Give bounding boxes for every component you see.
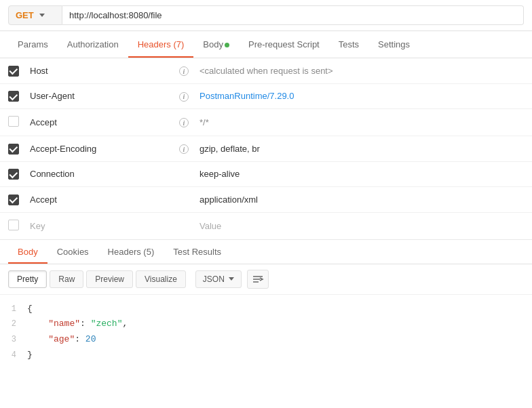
response-area: Pretty Raw Preview Visualize JSON 1 { 2 … [0, 264, 532, 370]
table-row: KeyValue [0, 212, 532, 239]
info-icon[interactable]: i [179, 144, 189, 154]
info-cell: i [174, 58, 194, 83]
checkbox-cell[interactable] [0, 187, 24, 213]
header-checkbox[interactable] [8, 169, 19, 180]
header-checkbox[interactable] [8, 116, 19, 127]
code-content-3: "age": 20 [27, 333, 532, 347]
format-select[interactable]: JSON [195, 270, 242, 288]
preview-btn[interactable]: Preview [86, 270, 133, 288]
header-checkbox[interactable] [8, 195, 19, 205]
info-cell: i [174, 136, 194, 162]
method-label: GET [16, 10, 34, 20]
visualize-btn[interactable]: Visualize [136, 270, 186, 288]
checkbox-cell[interactable] [0, 212, 24, 239]
table-row: Hosti<calculated when request is sent> [0, 58, 532, 83]
info-cell [174, 212, 194, 239]
info-icon[interactable]: i [179, 92, 189, 102]
headers-section: Hosti<calculated when request is sent>Us… [0, 58, 532, 240]
code-content-4: } [27, 348, 532, 363]
header-value: PostmanRuntime/7.29.0 [194, 83, 532, 109]
chevron-down-icon [39, 14, 45, 17]
header-key: Host [24, 58, 174, 83]
format-chevron-icon [229, 277, 234, 281]
format-label: JSON [203, 274, 225, 284]
header-key: Accept [24, 187, 174, 213]
info-cell: i [174, 109, 194, 136]
header-key: Key [24, 212, 174, 239]
wrap-btn[interactable] [247, 270, 269, 289]
code-area: 1 { 2 "name": "zech", 3 "age": 20 4 } [0, 295, 532, 370]
info-cell: i [174, 83, 194, 109]
pretty-btn[interactable]: Pretty [8, 270, 47, 288]
header-value: application/xml [194, 187, 532, 213]
url-bar: GET [0, 0, 532, 31]
headers-table: Hosti<calculated when request is sent>Us… [0, 58, 532, 239]
response-tab-test-results[interactable]: Test Results [164, 240, 231, 264]
code-line-1: 1 { [0, 302, 532, 317]
header-checkbox[interactable] [8, 91, 19, 102]
checkbox-cell[interactable] [0, 58, 24, 83]
body-tab-label: Body [203, 39, 223, 49]
header-value: gzip, deflate, br [194, 136, 532, 162]
response-tab-body[interactable]: Body [8, 240, 48, 264]
response-tabs: Body Cookies Headers (5) Test Results [0, 240, 532, 264]
header-checkbox[interactable] [8, 66, 19, 77]
line-num-4: 4 [0, 349, 27, 362]
checkbox-cell[interactable] [0, 83, 24, 109]
header-checkbox[interactable] [8, 144, 19, 155]
header-value: keep-alive [194, 161, 532, 187]
info-cell [174, 187, 194, 213]
header-checkbox[interactable] [8, 220, 19, 230]
line-num-2: 2 [0, 318, 27, 331]
response-toolbar: Pretty Raw Preview Visualize JSON [0, 264, 532, 295]
info-icon[interactable]: i [179, 66, 189, 76]
url-input[interactable] [62, 5, 524, 25]
header-value: Value [194, 212, 532, 239]
tab-settings[interactable]: Settings [368, 31, 419, 58]
tab-params[interactable]: Params [8, 31, 58, 58]
info-cell [174, 161, 194, 187]
header-value: <calculated when request is sent> [194, 58, 532, 83]
header-key: Accept [24, 109, 174, 136]
response-tab-cookies[interactable]: Cookies [48, 240, 98, 264]
line-num-3: 3 [0, 333, 27, 346]
request-tabs: Params Authorization Headers (7) Body Pr… [0, 31, 532, 58]
wrap-icon [252, 274, 264, 284]
checkbox-cell[interactable] [0, 136, 24, 162]
raw-btn[interactable]: Raw [50, 270, 83, 288]
method-select[interactable]: GET [8, 5, 62, 25]
header-key: User-Agent [24, 83, 174, 109]
tab-body[interactable]: Body [193, 31, 239, 58]
checkbox-cell[interactable] [0, 109, 24, 136]
code-line-4: 4 } [0, 348, 532, 363]
table-row: Connectionkeep-alive [0, 161, 532, 187]
code-content-1: { [27, 302, 532, 317]
tab-headers[interactable]: Headers (7) [128, 31, 194, 58]
header-key: Connection [24, 161, 174, 187]
response-tab-headers[interactable]: Headers (5) [98, 240, 164, 264]
table-row: Acceptapplication/xml [0, 187, 532, 213]
header-value: */* [194, 109, 532, 136]
line-num-1: 1 [0, 303, 27, 316]
table-row: Accept-Encodingigzip, deflate, br [0, 136, 532, 162]
table-row: Accepti*/* [0, 109, 532, 136]
checkbox-cell[interactable] [0, 161, 24, 187]
tab-tests[interactable]: Tests [329, 31, 368, 58]
code-line-2: 2 "name": "zech", [0, 317, 532, 332]
tab-pre-request[interactable]: Pre-request Script [239, 31, 329, 58]
info-icon[interactable]: i [179, 118, 189, 127]
code-content-2: "name": "zech", [27, 317, 532, 331]
table-row: User-AgentiPostmanRuntime/7.29.0 [0, 83, 532, 109]
tab-authorization[interactable]: Authorization [58, 31, 128, 58]
code-line-3: 3 "age": 20 [0, 332, 532, 348]
header-key: Accept-Encoding [24, 136, 174, 162]
body-dot-indicator [225, 43, 229, 47]
